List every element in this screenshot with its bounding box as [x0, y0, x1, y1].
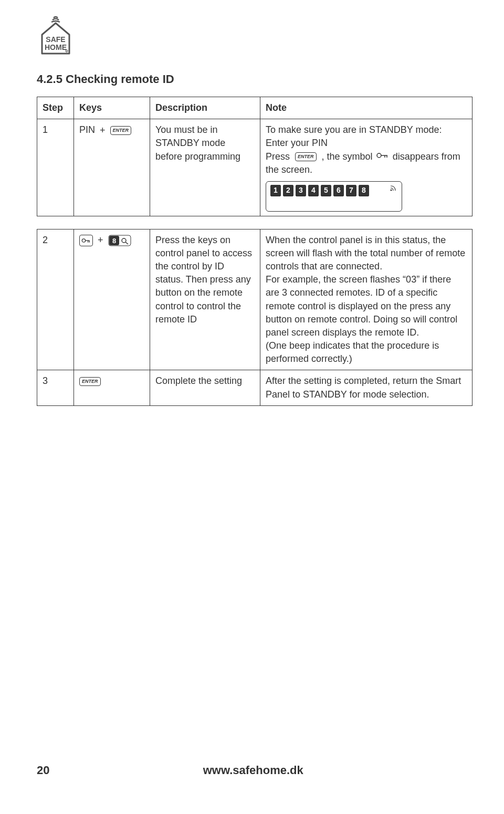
cell-step: 2 — [37, 229, 74, 370]
lcd-digit: 5 — [321, 185, 331, 196]
table-header-row: Step Keys Description Note — [37, 97, 472, 119]
section-title: 4.2.5 Checking remote ID — [37, 72, 472, 86]
note-line2: Enter your PIN — [266, 138, 328, 148]
plus-icon: + — [100, 124, 106, 137]
svg-point-6 — [391, 189, 392, 191]
header-description: Description — [150, 97, 260, 119]
cell-note: To make sure you are in STANDBY mode: En… — [260, 119, 472, 216]
lcd-digit: 4 — [308, 185, 319, 196]
safehome-logo: SAFE HOME R — [37, 16, 472, 57]
enter-key-icon: ENTER — [295, 152, 317, 161]
lcd-digit: 7 — [346, 185, 356, 196]
svg-text:8: 8 — [112, 237, 116, 245]
table-row: 2 + 8 — [37, 229, 472, 370]
key-lock-icon — [79, 235, 93, 246]
lcd-digit: 8 — [359, 185, 369, 196]
plus-icon: + — [98, 234, 103, 247]
lcd-digit: 1 — [270, 185, 281, 196]
svg-point-14 — [122, 238, 126, 243]
cell-step: 3 — [37, 370, 74, 405]
enter-key-icon: ENTER — [110, 126, 132, 135]
enter-key-icon: ENTER — [79, 377, 101, 386]
footer-url: www.safehome.dk — [203, 764, 303, 777]
cell-description: Press the keys on control panel to acces… — [150, 229, 260, 370]
instruction-table: Step Keys Description Note 1 PIN + ENTER… — [37, 97, 472, 216]
table-row: 3 ENTER Complete the setting After the s… — [37, 370, 472, 405]
lcd-digit: 6 — [333, 185, 344, 196]
logo-text-2: HOME — [45, 43, 67, 51]
cell-keys: ENTER — [74, 370, 150, 405]
lcd-screen: 1 2 3 4 5 6 7 8 — [266, 181, 402, 212]
cell-description: Complete the setting — [150, 370, 260, 405]
header-note: Note — [260, 97, 472, 119]
cell-note: After the setting is completed, return t… — [260, 370, 472, 405]
cell-step: 1 — [37, 119, 74, 216]
signal-icon — [389, 185, 397, 194]
note-line1: To make sure you are in STANDBY mode: — [266, 124, 442, 135]
table-row: 1 PIN + ENTER You must be in STANDBY mod… — [37, 119, 472, 216]
key-8-icon: 8 — [108, 235, 131, 246]
note-symbol-text: , the symbol — [322, 151, 373, 162]
header-step: Step — [37, 97, 74, 119]
logo-text-1: SAFE — [46, 35, 65, 44]
instruction-table-part2: 2 + 8 — [37, 229, 472, 406]
lcd-digit: 3 — [296, 185, 306, 196]
lcd-digit: 2 — [283, 185, 293, 196]
header-keys: Keys — [74, 97, 150, 119]
cell-keys: PIN + ENTER — [74, 119, 150, 216]
svg-line-15 — [125, 242, 128, 244]
cell-keys: + 8 — [74, 229, 150, 370]
note-press: Press — [266, 151, 290, 162]
svg-point-7 — [82, 239, 85, 242]
cell-note: When the control panel is in this status… — [260, 229, 472, 370]
cell-description: You must be in STANDBY mode before progr… — [150, 119, 260, 216]
svg-point-2 — [377, 153, 381, 158]
page-number: 20 — [37, 764, 49, 777]
key-lock-icon — [375, 150, 390, 163]
keys-pin-label: PIN — [79, 124, 95, 135]
